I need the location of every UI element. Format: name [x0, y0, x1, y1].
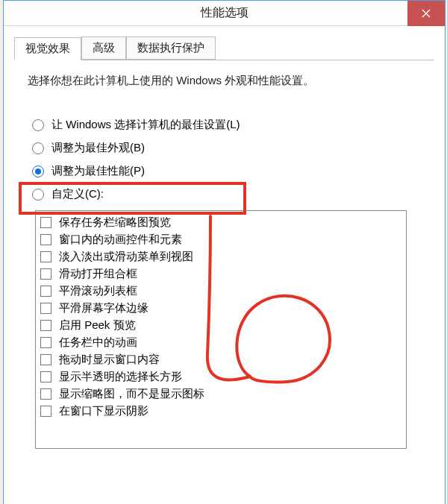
client-area: 视觉效果 高级 数据执行保护 选择你想在此计算机上使用的 Windows 外观和…	[4, 26, 445, 504]
checkbox-icon	[40, 286, 51, 297]
checkbox-label: 平滑屏幕字体边缘	[59, 301, 149, 315]
radio-label: 调整为最佳性能(P)	[51, 164, 145, 178]
tab-visual-effects[interactable]: 视觉效果	[14, 37, 81, 60]
checkbox-icon	[40, 406, 51, 417]
radio-label: 调整为最佳外观(B)	[51, 141, 145, 155]
check-smooth-font-edges[interactable]: 平滑屏幕字体边缘	[40, 300, 401, 317]
check-translucent-selection[interactable]: 显示半透明的选择长方形	[40, 368, 401, 385]
checkbox-icon	[40, 354, 51, 365]
checkbox-label: 启用 Peek 预览	[59, 318, 136, 333]
radio-best-appearance[interactable]: 调整为最佳外观(B)	[32, 141, 421, 155]
tabstrip: 视觉效果 高级 数据执行保护	[14, 37, 434, 60]
radio-best-performance[interactable]: 调整为最佳性能(P)	[32, 164, 421, 178]
titlebar: 性能选项	[4, 1, 445, 26]
close-icon	[422, 9, 431, 18]
check-window-animations[interactable]: 窗口内的动画控件和元素	[40, 231, 401, 248]
checkbox-icon	[40, 303, 51, 314]
checkbox-label: 滑动打开组合框	[59, 267, 137, 281]
radio-let-windows-choose[interactable]: 让 Windows 选择计算机的最佳设置(L)	[32, 118, 421, 132]
tabpage-visual-effects: 选择你想在此计算机上使用的 Windows 外观和性能设置。 让 Windows…	[14, 60, 434, 449]
intro-text: 选择你想在此计算机上使用的 Windows 外观和性能设置。	[28, 74, 421, 88]
visual-effects-list[interactable]: 保存任务栏缩略图预览 窗口内的动画控件和元素 淡入淡出或滑动菜单到视图 滑动打开…	[35, 210, 407, 449]
checkbox-label: 显示缩略图，而不是显示图标	[59, 387, 204, 401]
tab-label: 高级	[93, 41, 115, 54]
radio-custom[interactable]: 自定义(C):	[32, 187, 421, 201]
window-title: 性能选项	[201, 5, 248, 21]
radio-label: 让 Windows 选择计算机的最佳设置(L)	[51, 118, 240, 132]
radio-icon	[32, 189, 44, 201]
checkbox-icon	[40, 337, 51, 348]
radio-group-preset: 让 Windows 选择计算机的最佳设置(L) 调整为最佳外观(B) 调整为最佳…	[32, 118, 421, 201]
checkbox-label: 任务栏中的动画	[59, 336, 137, 350]
performance-options-window: 性能选项 视觉效果 高级 数据执行保护 选择你想在此计算机上使用的 Window…	[3, 0, 446, 504]
radio-icon	[32, 166, 44, 177]
check-slide-comboboxes[interactable]: 滑动打开组合框	[40, 265, 401, 283]
check-window-shadows[interactable]: 在窗口下显示阴影	[40, 403, 401, 420]
checkbox-label: 保存任务栏缩略图预览	[59, 215, 171, 230]
tab-label: 数据执行保护	[137, 41, 204, 54]
checkbox-icon	[40, 234, 51, 245]
check-smooth-scroll-list[interactable]: 平滑滚动列表框	[40, 283, 401, 300]
checkbox-icon	[40, 268, 51, 280]
tab-label: 视觉效果	[25, 42, 70, 54]
checkbox-label: 淡入淡出或滑动菜单到视图	[59, 250, 193, 264]
checkbox-icon	[40, 251, 51, 262]
check-enable-peek[interactable]: 启用 Peek 预览	[40, 317, 401, 334]
tab-advanced[interactable]: 高级	[81, 37, 126, 60]
check-show-thumbnails[interactable]: 显示缩略图，而不是显示图标	[40, 385, 401, 403]
checkbox-icon	[40, 217, 51, 228]
radio-label: 自定义(C):	[51, 187, 104, 201]
checkbox-label: 拖动时显示窗口内容	[59, 353, 160, 367]
checkbox-icon	[40, 388, 51, 400]
check-taskbar-animations[interactable]: 任务栏中的动画	[40, 334, 401, 351]
checkbox-icon	[40, 320, 51, 331]
checkbox-label: 显示半透明的选择长方形	[59, 370, 182, 384]
checkbox-label: 平滑滚动列表框	[59, 284, 137, 298]
check-fade-slide-menus[interactable]: 淡入淡出或滑动菜单到视图	[40, 248, 401, 265]
radio-icon	[32, 142, 44, 154]
checkbox-label: 在窗口下显示阴影	[59, 404, 149, 418]
radio-icon	[32, 119, 44, 131]
check-taskbar-thumbnail[interactable]: 保存任务栏缩略图预览	[40, 214, 401, 231]
check-drag-window-contents[interactable]: 拖动时显示窗口内容	[40, 351, 401, 368]
checkbox-label: 窗口内的动画控件和元素	[59, 233, 182, 247]
close-button[interactable]	[407, 1, 445, 26]
checkbox-icon	[40, 371, 51, 382]
tab-dep[interactable]: 数据执行保护	[126, 37, 216, 60]
